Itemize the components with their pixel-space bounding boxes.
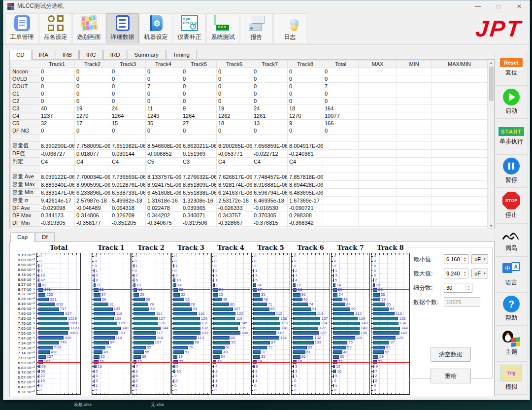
bar-value-label: 117 [157, 331, 163, 335]
close-button[interactable]: ✕ [509, 0, 530, 12]
row-label: DF值 [11, 150, 39, 158]
bar-value-label: 6 [135, 374, 137, 378]
pause-button[interactable]: 暂停 [495, 154, 528, 188]
spinner-arrows-icon[interactable]: ▲▼ [462, 270, 467, 277]
desktop-file-label[interactable]: 表格.xlsx [74, 402, 92, 408]
tab-irb[interactable]: IRB [56, 50, 79, 59]
toolbar-button-machine-settings[interactable]: ⚙ 机器设定 [139, 13, 172, 43]
table-cell: 6.383147E-06 [39, 189, 75, 197]
table-cell: 8.851809E-06 [181, 181, 217, 189]
spinner-arrows-icon[interactable]: ▲▼ [466, 284, 471, 292]
histogram-bar [133, 293, 139, 297]
bar-value-label: 1 [135, 384, 137, 388]
title-bar: MLCC测试分选机 — □ ✕ [3, 0, 530, 12]
histogram-bar [133, 327, 161, 330]
bar-value-label: 14 [336, 283, 341, 287]
histogram-bar [94, 278, 95, 282]
bins-input[interactable]: 30 ▲▼ [444, 283, 472, 293]
stop-button[interactable]: STOP 停止 [495, 189, 528, 222]
bar-value-label: 128 [159, 321, 165, 325]
toolbar-button-meter-calibration[interactable]: x,y=RPC(x,y) 仪表补正 [173, 13, 206, 43]
table-cell: 6.538733E-06 [110, 189, 146, 197]
table-cell [432, 197, 488, 205]
histogram-bar [38, 384, 39, 387]
table-cell [397, 205, 432, 212]
scroll-thumb[interactable] [489, 67, 494, 101]
tab-timing[interactable]: Timing [166, 50, 197, 59]
spinner-arrows-icon[interactable]: ▲▼ [462, 255, 467, 263]
bar-value-label: 0 [294, 254, 296, 258]
desktop-file-label[interactable]: 无.xlsx [151, 402, 164, 408]
clear-data-button[interactable]: 清空数据 [431, 347, 471, 362]
start-run-button[interactable]: 启动 [495, 85, 528, 119]
histogram-bar [173, 293, 180, 297]
max-unit-select[interactable]: uF▼ [471, 269, 488, 278]
tab-irc[interactable]: IRC [79, 50, 103, 59]
table-cell [397, 75, 432, 83]
language-button[interactable]: 中A 语言 [495, 258, 528, 291]
histogram-bar [38, 293, 45, 297]
bar-value-label: 32 [100, 355, 105, 359]
histograms: Total9.19·10⁻⁶9.09·10⁻⁶8.98·10⁻⁶8.88·10⁻… [13, 244, 411, 395]
bar-value-label: 2 [295, 269, 297, 273]
tab-summary[interactable]: Summary [128, 50, 166, 59]
simulate-button[interactable]: Trig 模拟 [495, 361, 528, 395]
table-cell [397, 68, 432, 75]
table-scrollbar[interactable]: ▲ ▼ [488, 60, 494, 229]
toolbar-button-product-setup[interactable]: 品名设定 [39, 13, 72, 43]
table-cell: 0 [288, 68, 323, 75]
table-cell: 8.924175E-06 [146, 181, 181, 189]
tab-cd[interactable]: CD [9, 50, 32, 60]
redraw-button[interactable]: 重绘 [431, 369, 471, 383]
toolbar-button-report[interactable]: 报告 [240, 13, 273, 43]
limit-line [37, 362, 80, 363]
tab-ird[interactable]: IRD [103, 50, 127, 59]
table-cell: 0.000001 [110, 227, 146, 229]
sub-tab-df[interactable]: Df [35, 232, 55, 241]
tab-ira[interactable]: IRA [32, 50, 55, 59]
scroll-down-icon[interactable]: ▼ [490, 223, 493, 229]
table-cell: 0.030144 [110, 150, 146, 158]
bar-value-label: 0 [214, 388, 216, 392]
histogram-bar [94, 317, 114, 320]
table-cell: 7 [323, 83, 359, 90]
table-cell [359, 127, 397, 135]
single-step-button[interactable]: START 单步执行 [495, 120, 528, 153]
table-cell [75, 135, 110, 142]
maximize-button[interactable]: □ [488, 0, 509, 12]
table-cell [323, 189, 359, 197]
bar-value-label: 63 [386, 345, 390, 349]
table-cell: 0 [181, 127, 217, 135]
bar-value-label: 46 [223, 298, 227, 302]
max-value-input[interactable]: 9.240 ▲▼ [444, 269, 468, 278]
histogram-bar [38, 341, 59, 344]
bar-value-label: 0 [95, 264, 97, 268]
calibration-icon: x,y=RPC(x,y) [180, 14, 199, 32]
help-button[interactable]: ? 帮助 [495, 292, 528, 326]
histogram-bar [133, 336, 156, 340]
sub-tab-cap[interactable]: Cap [10, 232, 34, 242]
min-value-input[interactable]: 6.160 ▲▼ [444, 254, 468, 264]
histogram-title: Track 5 [251, 244, 290, 253]
penguin-windows-icon [502, 331, 520, 346]
bar-value-label: 0 [374, 269, 376, 273]
bar-value-label: 7 [40, 269, 42, 273]
min-unit-select[interactable]: uF▼ [471, 254, 488, 264]
toolbar-button-work-order[interactable]: 工单管理 [5, 13, 38, 43]
column-header: MAX [359, 61, 397, 68]
minimize-button[interactable]: — [467, 0, 488, 12]
bar-value-label: 132 [201, 326, 208, 330]
toolbar-button-detailed-data[interactable]: 详细数据 [106, 13, 139, 43]
histogram-bar [373, 298, 380, 301]
table-cell: -0.068727 [39, 150, 75, 158]
toolbar-button-sorting-screen[interactable]: 选别画面 [72, 13, 105, 43]
table-cell [359, 158, 397, 166]
bar-value-label: 49 [103, 350, 108, 354]
table-cell [397, 227, 432, 229]
toolbar-button-log[interactable]: 日志 [273, 13, 306, 43]
toolbar-button-system-test[interactable]: 系统测试 [206, 13, 239, 43]
theme-button[interactable]: 主题 [495, 327, 528, 360]
table-cell [359, 90, 397, 98]
table-cell: 0.018077 [75, 150, 110, 158]
scroll-up-icon[interactable]: ▲ [490, 60, 493, 66]
